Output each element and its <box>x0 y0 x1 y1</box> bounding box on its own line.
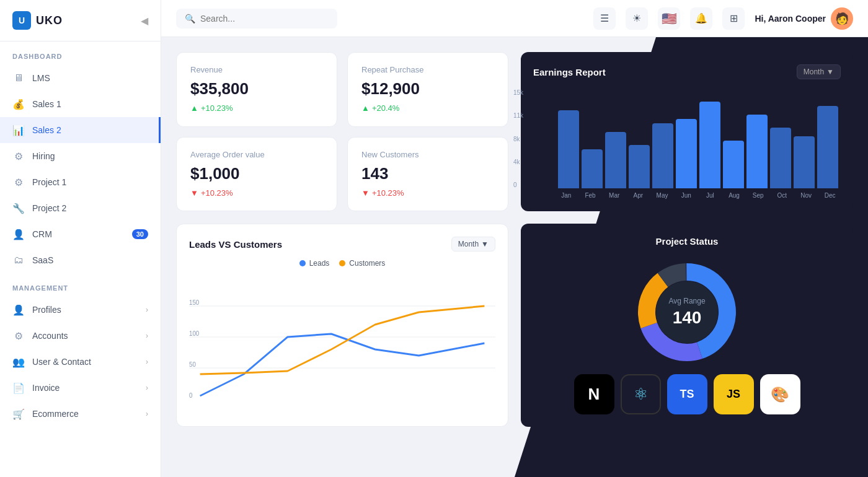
stat-value: $35,800 <box>190 79 323 98</box>
bar-May <box>652 123 673 188</box>
tech-icon-ts: TS <box>667 374 707 414</box>
sidebar-logo-area: U UKO ◀ <box>0 0 161 42</box>
search-icon: 🔍 <box>185 14 195 24</box>
chevron-down-icon: ▼ <box>481 240 489 248</box>
sidebar-item-label: Sales 1 <box>32 99 61 109</box>
sidebar-item-saas[interactable]: 🗂 SaaS <box>0 247 161 273</box>
flag-icon: 🇺🇸 <box>662 11 677 26</box>
grid-icon: ⊞ <box>730 12 738 24</box>
stat-card-customers: New Customers 143 ▼ +10.23% <box>347 137 508 212</box>
avg-range-label: Avg Range <box>668 297 705 305</box>
avatar-emoji: 🧑 <box>835 12 849 25</box>
main-content: 🔍 ☰ ☀ 🇺🇸 🔔 ⊞ Hi, Aaron Cooper <box>161 0 868 477</box>
donut-center-text: Avg Range 140 <box>668 297 705 328</box>
stat-label: New Customers <box>361 150 494 159</box>
legend-leads: Leads <box>299 259 330 268</box>
sidebar-item-accounts[interactable]: ⚙ Accounts › <box>0 323 161 349</box>
saas-icon: 🗂 <box>12 254 25 266</box>
dashboard-grid: Revenue $35,800 ▲ +10.23% Repeat Purchas… <box>161 37 868 442</box>
stats-section: Revenue $35,800 ▲ +10.23% Repeat Purchas… <box>176 52 508 211</box>
lms-icon: 🖥 <box>12 72 25 84</box>
sidebar-item-invoice[interactable]: 📄 Invoice › <box>0 375 161 401</box>
user-greeting: Hi, Aaron Cooper <box>755 14 826 24</box>
month-label-7: Aug <box>724 192 745 199</box>
bar-Aug <box>723 141 744 188</box>
sidebar-item-label: User & Contact <box>32 357 91 367</box>
sidebar-item-sales2[interactable]: 📊 Sales 2 <box>0 117 161 143</box>
header: 🔍 ☰ ☀ 🇺🇸 🔔 ⊞ Hi, Aaron Cooper <box>161 0 868 37</box>
month-label-6: Jul <box>699 192 721 199</box>
dashboard-section-label: DASHBOARD <box>0 42 161 65</box>
invoice-icon: 📄 <box>12 382 25 394</box>
bar-Oct <box>770 128 791 188</box>
header-actions: ☰ ☀ 🇺🇸 🔔 ⊞ Hi, Aaron Cooper 🧑 <box>593 7 853 30</box>
accounts-icon: ⚙ <box>12 330 25 342</box>
svg-text:150: 150 <box>189 299 199 306</box>
project-status-section: Project Status <box>521 224 853 427</box>
sidebar-item-label: Project 1 <box>32 177 66 187</box>
stat-value: 143 <box>361 164 494 183</box>
search-input[interactable] <box>200 14 329 24</box>
sidebar-item-lms[interactable]: 🖥 LMS <box>0 65 161 91</box>
project2-icon: 🔧 <box>12 202 25 214</box>
month-label-1: Feb <box>580 192 601 199</box>
bar-Feb <box>582 149 603 188</box>
bar-Nov <box>794 136 815 188</box>
earnings-filter-button[interactable]: Month ▼ <box>797 64 841 79</box>
chevron-icon: › <box>146 305 148 314</box>
month-label-3: Apr <box>627 192 649 199</box>
bar-Sep <box>746 115 768 188</box>
bar-Jul <box>699 102 720 188</box>
tech-icon-next: N <box>574 374 614 414</box>
sidebar-item-sales1[interactable]: 💰 Sales 1 <box>0 91 161 117</box>
line-chart-svg: 150 100 50 0 Sat Sun Mon Tue Wed <box>189 275 495 399</box>
sidebar-item-project1[interactable]: ⚙ Project 1 <box>0 169 161 195</box>
project1-icon: ⚙ <box>12 176 25 188</box>
avg-range-value: 140 <box>668 308 705 328</box>
sidebar-item-label: Sales 2 <box>32 125 61 135</box>
sidebar-item-profiles[interactable]: 👤 Profiles › <box>0 297 161 323</box>
notification-button[interactable]: 🔔 <box>690 7 712 30</box>
theme-toggle-button[interactable]: ☀ <box>626 7 648 30</box>
customers-dot <box>339 260 345 266</box>
leads-header: Leads VS Customers Month ▼ <box>189 237 495 252</box>
bar-Jan <box>558 110 579 188</box>
sidebar-item-label: Ecommerce <box>32 409 79 419</box>
leads-title: Leads VS Customers <box>189 239 282 250</box>
sales1-icon: 💰 <box>12 98 25 110</box>
chevron-icon: › <box>146 383 148 392</box>
month-label-9: Oct <box>771 192 793 199</box>
flag-button[interactable]: 🇺🇸 <box>658 7 680 30</box>
content-area: Revenue $35,800 ▲ +10.23% Repeat Purchas… <box>161 37 868 477</box>
stat-card-revenue: Revenue $35,800 ▲ +10.23% <box>176 52 337 127</box>
sidebar-toggle-button[interactable]: ◀ <box>141 15 148 27</box>
bar-Jun <box>676 119 697 188</box>
sidebar-item-user-contact[interactable]: 👥 User & Contact › <box>0 349 161 375</box>
menu-lines-button[interactable]: ☰ <box>593 7 616 30</box>
line-chart: 150 100 50 0 Sat Sun Mon Tue Wed <box>189 275 495 399</box>
sidebar-item-label: Profiles <box>32 305 61 315</box>
arrow-up-icon: ▲ <box>361 103 370 113</box>
sidebar-item-project2[interactable]: 🔧 Project 2 <box>0 195 161 221</box>
leads-filter-button[interactable]: Month ▼ <box>451 237 495 252</box>
grid-button[interactable]: ⊞ <box>722 7 745 30</box>
user-profile[interactable]: Hi, Aaron Cooper 🧑 <box>755 7 853 30</box>
y-axis: 15k 11k 8k 4k 0 <box>513 89 523 188</box>
crm-icon: 👤 <box>12 228 25 240</box>
sidebar-item-hiring[interactable]: ⚙ Hiring <box>0 143 161 169</box>
month-label-4: May <box>652 192 673 199</box>
logo-text: UKO <box>36 14 63 27</box>
search-box[interactable]: 🔍 <box>176 9 337 28</box>
sidebar-item-ecommerce[interactable]: 🛒 Ecommerce › <box>0 401 161 427</box>
legend-customers: Customers <box>339 259 385 268</box>
ecommerce-icon: 🛒 <box>12 408 25 420</box>
month-label-10: Nov <box>795 192 817 199</box>
bar-Mar <box>605 132 626 188</box>
sun-icon: ☀ <box>632 12 641 24</box>
stat-change: ▲ +20.4% <box>361 103 494 113</box>
stat-card-avg-order: Average Order value $1,000 ▼ +10.23% <box>176 137 337 212</box>
sidebar-item-crm[interactable]: 👤 CRM 30 <box>0 221 161 247</box>
sidebar-item-label: LMS <box>32 73 50 83</box>
stat-value: $1,000 <box>190 164 323 183</box>
month-label-11: Dec <box>819 192 841 199</box>
